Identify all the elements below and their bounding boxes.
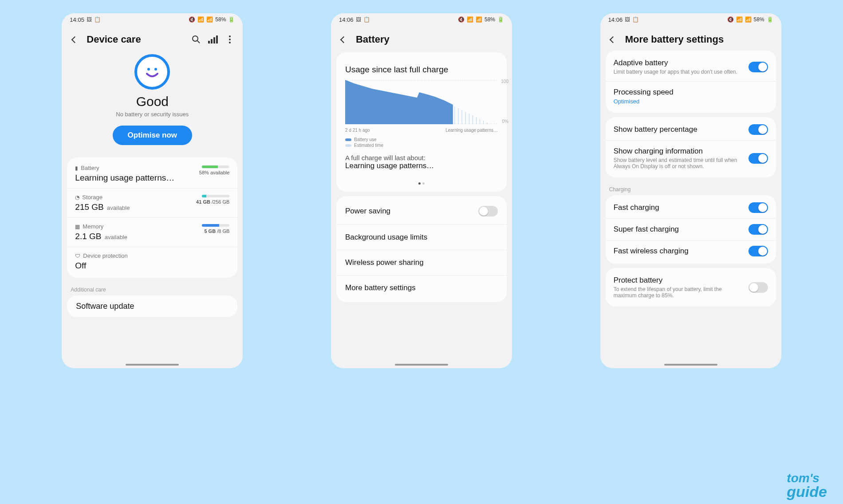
- more-battery-settings-row[interactable]: More battery settings: [336, 276, 507, 300]
- status-time: 14:06: [339, 16, 354, 23]
- search-icon: [192, 35, 201, 44]
- settings-group-2: Show battery percentage Show charging in…: [606, 117, 776, 177]
- status-time: 14:05: [70, 16, 84, 23]
- hero-subtext: No battery or security issues: [62, 111, 243, 118]
- back-button[interactable]: [339, 35, 349, 44]
- screen-battery: 14:06 🖼 📋 🔇 📶 📶 58% 🔋 Battery Usage sinc…: [331, 13, 512, 368]
- storage-free: 215 GB: [75, 202, 103, 212]
- battery-icon: 🔋: [228, 16, 235, 23]
- more-button[interactable]: [225, 35, 235, 44]
- mute-icon: 🔇: [189, 16, 195, 23]
- show-charging-info-toggle[interactable]: [748, 153, 768, 164]
- svg-point-3: [154, 68, 157, 71]
- optimise-now-button[interactable]: Optimise now: [113, 126, 192, 145]
- show-charging-info-row[interactable]: Show charging information Show battery l…: [606, 141, 776, 176]
- mute-icon: 🔇: [727, 16, 734, 23]
- status-bar: 14:06 🖼 📋 🔇 📶 📶 58% 🔋: [331, 13, 512, 26]
- battery-icon: 🔋: [497, 16, 504, 23]
- clipboard-icon: 📋: [363, 16, 370, 23]
- clipboard-icon: 📋: [632, 16, 639, 23]
- background-limits-row[interactable]: Background usage limits: [336, 225, 507, 250]
- chart-xlabel-right: Learning usage patterns…: [445, 128, 498, 133]
- status-time: 14:06: [608, 16, 623, 23]
- additional-care-card: Software update: [67, 295, 237, 317]
- status-smile-icon: [134, 54, 170, 90]
- adaptive-battery-row[interactable]: Adaptive battery Limit battery usage for…: [606, 52, 776, 82]
- report-button[interactable]: [208, 35, 218, 44]
- chevron-left-icon: [610, 36, 617, 43]
- back-button[interactable]: [70, 35, 79, 44]
- more-vertical-icon: [229, 35, 231, 43]
- charging-group: Fast charging Super fast charging Fast w…: [606, 195, 776, 264]
- wifi-icon: 📶: [736, 16, 743, 23]
- battery-row[interactable]: ▮Battery Learning usage patterns… 58% av…: [67, 159, 237, 189]
- page-title: More battery settings: [625, 34, 773, 45]
- picture-icon: 🖼: [625, 16, 630, 23]
- title-bar: More battery settings: [600, 26, 781, 51]
- storage-icon: ◔: [75, 194, 79, 201]
- back-button[interactable]: [608, 35, 618, 44]
- battery-options-card: Power saving Background usage limits Wir…: [336, 196, 507, 302]
- adaptive-battery-toggle[interactable]: [748, 62, 768, 72]
- battery-meter-text: 58% available: [199, 170, 230, 175]
- protect-battery-toggle[interactable]: [748, 282, 768, 293]
- super-fast-charging-row[interactable]: Super fast charging: [606, 219, 776, 240]
- home-indicator[interactable]: [126, 364, 179, 366]
- full-charge-label: A full charge will last about:: [336, 152, 507, 161]
- home-indicator[interactable]: [395, 364, 448, 366]
- svg-line-1: [197, 41, 200, 43]
- signal-icon: 📶: [206, 16, 213, 23]
- full-charge-value: Learning usage patterns…: [336, 161, 507, 178]
- signal-icon: 📶: [476, 16, 482, 23]
- device-protection-row[interactable]: 🛡Device protection Off: [67, 247, 237, 276]
- settings-group-1: Adaptive battery Limit battery usage for…: [606, 51, 776, 113]
- title-bar: Device care: [62, 26, 243, 51]
- battery-icon: 🔋: [767, 16, 773, 23]
- software-update-row[interactable]: Software update: [67, 297, 237, 315]
- home-indicator[interactable]: [664, 364, 717, 366]
- protect-battery-group: Protect battery To extend the lifespan o…: [606, 268, 776, 307]
- usage-card: Usage since last full charge 100 0% 2 d …: [336, 52, 507, 192]
- wifi-icon: 📶: [467, 16, 473, 23]
- memory-icon: ▦: [75, 224, 80, 230]
- protect-battery-row[interactable]: Protect battery To extend the lifespan o…: [606, 270, 776, 305]
- storage-meter: [202, 195, 229, 197]
- screen-device-care: 14:05 🖼 📋 🔇 📶 📶 58% 🔋 Device care Good: [62, 13, 243, 368]
- svg-point-0: [193, 36, 198, 41]
- status-bar: 14:06 🖼 📋 🔇 📶 📶 58% 🔋: [600, 13, 781, 26]
- protection-value: Off: [75, 261, 229, 271]
- fast-wireless-charging-toggle[interactable]: [748, 246, 768, 256]
- power-saving-toggle[interactable]: [478, 206, 498, 217]
- chart-bars-icon: [208, 35, 218, 43]
- mute-icon: 🔇: [458, 16, 465, 23]
- storage-row[interactable]: ◔Storage 215 GB available 41 GB /256 GB: [67, 189, 237, 218]
- usage-title: Usage since last full charge: [336, 54, 507, 80]
- chevron-left-icon: [340, 36, 347, 43]
- watermark-logo: tom's guide: [787, 472, 827, 499]
- show-battery-pct-row[interactable]: Show battery percentage: [606, 119, 776, 141]
- picture-icon: 🖼: [87, 16, 92, 23]
- fast-charging-toggle[interactable]: [748, 202, 768, 213]
- power-saving-row[interactable]: Power saving: [336, 198, 507, 225]
- show-battery-pct-toggle[interactable]: [748, 124, 768, 135]
- title-bar: Battery: [331, 26, 512, 51]
- picture-icon: 🖼: [356, 16, 361, 23]
- clipboard-icon: 📋: [94, 16, 101, 23]
- device-stats-card: ▮Battery Learning usage patterns… 58% av…: [67, 158, 237, 278]
- screen-more-battery-settings: 14:06 🖼 📋 🔇 📶 📶 58% 🔋 More battery setti…: [600, 13, 781, 368]
- fast-wireless-charging-row[interactable]: Fast wireless charging: [606, 240, 776, 262]
- wireless-power-sharing-row[interactable]: Wireless power sharing: [336, 250, 507, 276]
- fast-charging-row[interactable]: Fast charging: [606, 197, 776, 219]
- memory-row[interactable]: ▦Memory 2.1 GB available 5 GB /8 GB: [67, 218, 237, 247]
- pager-dots[interactable]: [336, 178, 507, 190]
- page-title: Device care: [87, 34, 184, 45]
- chevron-left-icon: [71, 36, 79, 43]
- super-fast-charging-toggle[interactable]: [748, 224, 768, 235]
- chart-xlabel-left: 2 d 21 h ago: [345, 128, 370, 133]
- battery-usage-chart[interactable]: 100 0% 2 d 21 h ago Learning usage patte…: [336, 80, 507, 152]
- battery-small-icon: ▮: [75, 165, 78, 171]
- processing-speed-row[interactable]: Processing speed Optimised: [606, 82, 776, 111]
- search-button[interactable]: [191, 35, 201, 44]
- status-battery-pct: 58%: [215, 16, 226, 23]
- memory-free: 2.1 GB: [75, 232, 101, 241]
